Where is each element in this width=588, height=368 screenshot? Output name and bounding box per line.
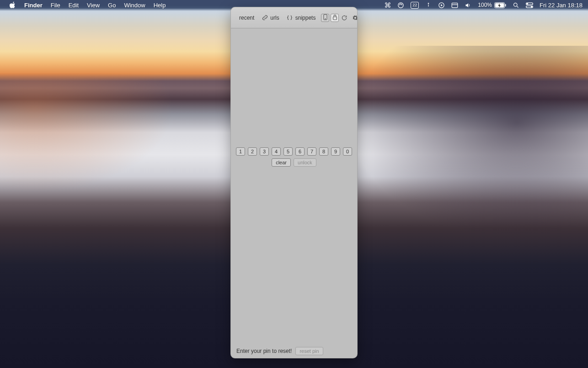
pin-digit-4[interactable]: 4 bbox=[272, 147, 281, 156]
pin-digit-5[interactable]: 5 bbox=[283, 147, 293, 156]
gear-icon bbox=[352, 15, 358, 21]
tab-recent-label: recent bbox=[239, 15, 254, 21]
play-status-icon[interactable] bbox=[438, 2, 445, 9]
svg-point-1 bbox=[428, 3, 429, 4]
svg-rect-3 bbox=[452, 3, 458, 7]
volume-status-icon[interactable] bbox=[465, 2, 471, 9]
popover-footer: Enter your pin to reset! reset pin bbox=[231, 344, 357, 358]
tab-snippets[interactable]: snippets bbox=[284, 13, 319, 22]
tab-urls-label: urls bbox=[270, 15, 279, 21]
footer-prompt: Enter your pin to reset! bbox=[236, 348, 292, 354]
menu-window[interactable]: Window bbox=[120, 2, 149, 9]
menu-file[interactable]: File bbox=[47, 2, 64, 9]
pin-digit-8[interactable]: 8 bbox=[319, 147, 328, 156]
menu-edit[interactable]: Edit bbox=[64, 2, 83, 9]
braces-icon bbox=[287, 15, 293, 21]
menu-help[interactable]: Help bbox=[150, 2, 170, 9]
control-center-icon[interactable] bbox=[526, 2, 533, 8]
info-status-icon[interactable] bbox=[425, 2, 432, 8]
lock-icon bbox=[332, 14, 337, 22]
popover-toolbar: recent urls snippets bbox=[231, 7, 357, 28]
calendar-status-icon[interactable]: 22 bbox=[411, 2, 419, 9]
refresh-button[interactable] bbox=[341, 14, 348, 22]
pin-digit-7[interactable]: 7 bbox=[307, 147, 316, 156]
svg-point-13 bbox=[325, 18, 326, 19]
battery-status[interactable]: 100% bbox=[478, 2, 506, 8]
pin-pad: 1 2 3 4 5 6 7 8 9 0 clear unlock bbox=[231, 147, 357, 167]
pin-digit-6[interactable]: 6 bbox=[295, 147, 305, 156]
refresh-icon bbox=[341, 15, 347, 21]
pin-digit-9[interactable]: 9 bbox=[331, 147, 340, 156]
link-icon bbox=[262, 15, 268, 21]
app-menu[interactable]: Finder bbox=[20, 2, 47, 9]
svg-rect-14 bbox=[333, 16, 337, 19]
settings-button[interactable] bbox=[352, 14, 358, 22]
swirl-status-icon[interactable] bbox=[397, 2, 404, 9]
calendar-day: 22 bbox=[411, 2, 419, 9]
battery-percent: 100% bbox=[478, 2, 492, 8]
menubar-clock[interactable]: Fri 22 Jan 18:18 bbox=[540, 2, 583, 9]
tab-phone[interactable] bbox=[321, 14, 329, 22]
tab-snippets-label: snippets bbox=[295, 15, 316, 21]
svg-rect-6 bbox=[505, 4, 506, 6]
pin-digit-2[interactable]: 2 bbox=[248, 147, 257, 156]
pin-digit-row: 1 2 3 4 5 6 7 8 9 0 bbox=[236, 147, 352, 156]
pin-digit-0[interactable]: 0 bbox=[343, 147, 352, 156]
apple-menu[interactable] bbox=[5, 2, 20, 8]
menu-view[interactable]: View bbox=[83, 2, 104, 9]
pin-digit-1[interactable]: 1 bbox=[236, 147, 245, 156]
tab-lock[interactable] bbox=[331, 14, 339, 22]
tab-urls[interactable]: urls bbox=[259, 13, 282, 22]
command-icon[interactable] bbox=[385, 2, 391, 8]
popover-body: 1 2 3 4 5 6 7 8 9 0 clear unlock bbox=[231, 28, 357, 344]
pin-unlock-button[interactable]: unlock bbox=[294, 158, 316, 167]
menu-go[interactable]: Go bbox=[104, 2, 120, 9]
reset-pin-button[interactable]: reset pin bbox=[295, 347, 323, 355]
pin-digit-3[interactable]: 3 bbox=[260, 147, 269, 156]
clipboard-popover-window: recent urls snippets bbox=[230, 7, 358, 358]
layout-status-icon[interactable] bbox=[451, 2, 458, 8]
svg-point-11 bbox=[531, 6, 532, 7]
pin-clear-button[interactable]: clear bbox=[272, 158, 291, 167]
spotlight-search-icon[interactable] bbox=[513, 2, 519, 9]
battery-icon bbox=[494, 2, 506, 8]
tab-recent[interactable]: recent bbox=[236, 13, 257, 22]
phone-icon bbox=[323, 14, 327, 22]
svg-point-7 bbox=[514, 3, 518, 6]
svg-point-0 bbox=[398, 2, 403, 7]
svg-point-9 bbox=[527, 3, 528, 4]
